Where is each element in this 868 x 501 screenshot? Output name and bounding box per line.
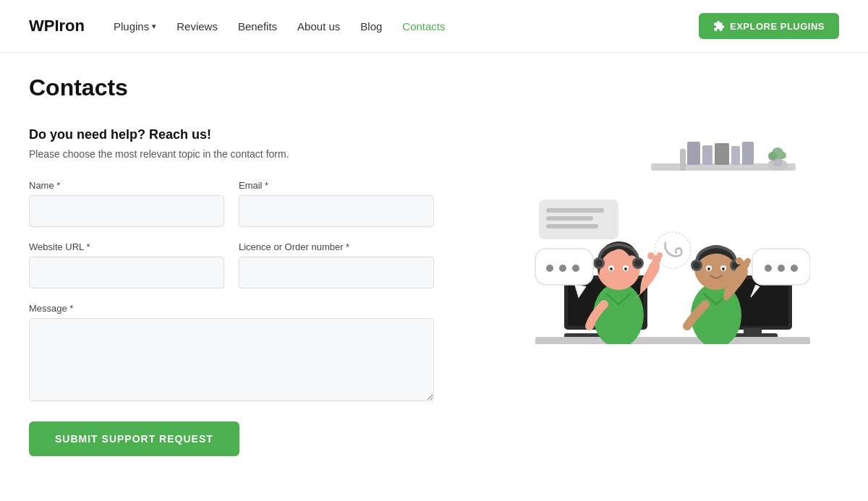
svg-point-49 [745,258,751,264]
svg-point-36 [657,252,663,258]
svg-rect-1 [680,149,686,171]
svg-point-41 [693,262,700,269]
svg-rect-3 [687,142,700,165]
name-input[interactable] [29,195,224,227]
nav-reviews[interactable]: Reviews [176,20,218,33]
svg-point-51 [546,265,553,272]
nav-blog[interactable]: Blog [360,20,382,33]
page-title: Contacts [29,74,839,101]
nav-benefits[interactable]: Benefits [238,20,277,33]
message-group: Message * [29,303,434,401]
svg-point-12 [779,152,786,159]
nav-plugins-label: Plugins [114,20,149,33]
explore-plugins-label: EXPLORE PLUGINS [730,21,825,32]
svg-point-52 [559,265,566,272]
submit-button[interactable]: SUBMIT SUPPORT REQUEST [29,421,239,456]
header: WPIron Plugins ▾ Reviews Benefits About … [0,0,868,53]
explore-plugins-button[interactable]: EXPLORE PLUGINS [699,13,839,39]
content-wrapper: Do you need help? Reach us! Please choos… [29,127,839,456]
website-label: Website URL * [29,241,224,252]
website-input[interactable] [29,257,224,288]
svg-rect-4 [702,145,712,165]
svg-point-29 [634,260,642,267]
form-heading: Do you need help? Reach us! [29,127,434,142]
svg-point-55 [765,265,772,272]
svg-point-28 [595,260,603,267]
svg-point-11 [768,152,777,160]
message-label: Message * [29,303,434,314]
nav-about[interactable]: About us [297,20,340,33]
nav-contacts[interactable]: Contacts [402,20,445,33]
svg-point-62 [655,232,691,268]
svg-rect-6 [731,146,740,165]
email-label: Email * [239,180,434,191]
svg-rect-61 [546,224,598,228]
email-group: Email * [239,180,434,227]
form-subtext: Please choose the most relevant topic in… [29,148,434,160]
main-content: Contacts Do you need help? Reach us! Ple… [0,53,868,485]
chevron-down-icon: ▾ [152,22,156,31]
svg-point-48 [736,257,743,265]
svg-point-56 [778,265,785,272]
message-input[interactable] [29,318,434,401]
svg-point-33 [624,267,627,270]
nav-plugins[interactable]: Plugins ▾ [114,20,156,33]
svg-point-35 [647,252,655,260]
website-group: Website URL * [29,241,224,288]
svg-point-32 [610,267,613,270]
svg-rect-60 [546,216,593,220]
svg-rect-59 [546,208,604,213]
name-label: Name * [29,180,224,191]
illustration-section [463,127,839,456]
svg-rect-23 [535,337,810,344]
name-group: Name * [29,180,224,227]
contact-form-section: Do you need help? Reach us! Please choos… [29,127,434,456]
email-input[interactable] [239,195,434,227]
message-row: Message * [29,303,434,401]
logo[interactable]: WPIron [29,17,85,35]
svg-point-57 [791,265,798,272]
svg-point-45 [707,267,710,270]
svg-rect-5 [715,143,729,165]
puzzle-icon [713,20,725,32]
website-licence-row: Website URL * Licence or Order number * [29,241,434,288]
main-nav: Plugins ▾ Reviews Benefits About us Blog… [114,20,699,33]
licence-group: Licence or Order number * [239,241,434,288]
name-email-row: Name * Email * [29,180,434,227]
svg-point-46 [722,267,725,270]
svg-point-53 [572,265,579,272]
contact-form: Name * Email * Website URL * Licence or [29,180,434,456]
licence-input[interactable] [239,257,434,288]
svg-rect-7 [742,142,754,165]
licence-label: Licence or Order number * [239,241,434,252]
support-illustration [492,142,810,344]
